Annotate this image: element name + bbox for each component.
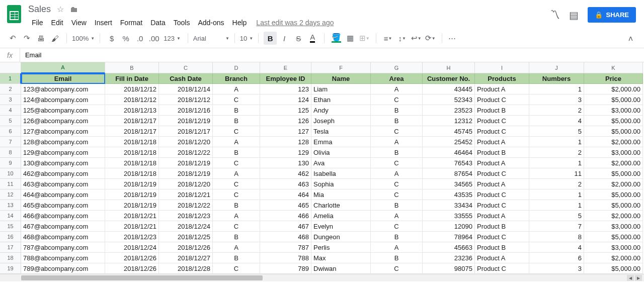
cell-D16[interactable]: B (213, 232, 260, 242)
cell-G18[interactable]: B (371, 253, 423, 263)
row-header-19[interactable]: 19 (0, 263, 21, 274)
cell-G15[interactable]: C (371, 221, 423, 232)
cell-C13[interactable]: 2018/12/22 (159, 200, 213, 211)
header-cell-price[interactable]: Price (584, 73, 643, 84)
cell-J14[interactable]: 5 (529, 211, 584, 221)
cell-K6[interactable]: $5,000.00 (584, 126, 643, 137)
cell-K10[interactable]: $5,000.00 (584, 168, 643, 179)
cell-K13[interactable]: $5,000.00 (584, 200, 643, 211)
cell-K14[interactable]: $2,000.00 (584, 211, 643, 221)
cell-E11[interactable]: 463 (260, 179, 311, 189)
cell-A7[interactable]: 128@abcompany.com (21, 137, 105, 147)
cell-E17[interactable]: 787 (260, 242, 311, 253)
doc-title[interactable]: Sales (28, 4, 51, 15)
row-header-16[interactable]: 16 (0, 232, 21, 242)
percent-button[interactable]: % (119, 32, 132, 45)
cell-B10[interactable]: 2018/12/18 (105, 168, 159, 179)
cell-I14[interactable]: Product A (475, 211, 529, 221)
cell-F9[interactable]: Ava (311, 158, 371, 168)
cell-J17[interactable]: 4 (529, 242, 584, 253)
header-cell-area[interactable]: Area (371, 73, 423, 84)
cell-J16[interactable]: 8 (529, 232, 584, 242)
cell-C15[interactable]: 2018/12/24 (159, 221, 213, 232)
cell-A11[interactable]: 463@abcompany.com (21, 179, 105, 189)
cell-F17[interactable]: Perlis (311, 242, 371, 253)
row-header-11[interactable]: 11 (0, 179, 21, 189)
undo-button[interactable]: ↶ (6, 32, 19, 45)
row-header-17[interactable]: 17 (0, 242, 21, 253)
cell-B12[interactable]: 2018/12/19 (105, 189, 159, 200)
paint-format-button[interactable]: 🖌 (48, 32, 61, 45)
rotate-button[interactable]: ⟳▼ (424, 32, 437, 45)
menu-tools[interactable]: Tools (170, 17, 194, 29)
cell-F16[interactable]: Dungeon (311, 232, 371, 242)
header-cell-numbers[interactable]: Numbers (529, 73, 584, 84)
cell-C8[interactable]: 2018/12/22 (159, 147, 213, 158)
header-cell-cash-date[interactable]: Cash Date (159, 73, 213, 84)
menu-format[interactable]: Format (117, 17, 146, 29)
cell-E15[interactable]: 467 (260, 221, 311, 232)
cell-D2[interactable]: A (213, 84, 260, 94)
cell-E4[interactable]: 125 (260, 105, 311, 116)
cell-J6[interactable]: 5 (529, 126, 584, 137)
valign-button[interactable]: ↕▼ (395, 32, 409, 45)
menu-insert[interactable]: Insert (91, 17, 116, 29)
scroll-left-icon[interactable]: ◀ (627, 275, 634, 281)
row-header-2[interactable]: 2 (0, 84, 21, 94)
cell-A9[interactable]: 130@abcompany.com (21, 158, 105, 168)
col-header-H[interactable]: H (423, 62, 475, 73)
cell-J3[interactable]: 3 (529, 94, 584, 105)
cell-C14[interactable]: 2018/12/23 (159, 211, 213, 221)
cell-K19[interactable]: $5,000.00 (584, 263, 643, 274)
cell-H5[interactable]: 12312 (423, 116, 475, 126)
scroll-right-icon[interactable]: ▶ (635, 275, 642, 281)
cell-H4[interactable]: 23523 (423, 105, 475, 116)
cell-I3[interactable]: Product C (475, 94, 529, 105)
cell-C9[interactable]: 2018/12/19 (159, 158, 213, 168)
cell-A16[interactable]: 468@abcompany.com (21, 232, 105, 242)
cell-A6[interactable]: 127@abcompany.com (21, 126, 105, 137)
cell-K5[interactable]: $5,000.00 (584, 116, 643, 126)
cell-E3[interactable]: 124 (260, 94, 311, 105)
header-cell-name[interactable]: Name (311, 73, 371, 84)
cell-F3[interactable]: Ethan (311, 94, 371, 105)
cell-F5[interactable]: Joseph (311, 116, 371, 126)
cell-C6[interactable]: 2018/12/17 (159, 126, 213, 137)
cell-J18[interactable]: 6 (529, 253, 584, 263)
col-header-I[interactable]: I (475, 62, 529, 73)
cell-I6[interactable]: Product C (475, 126, 529, 137)
cell-A13[interactable]: 465@abcompany.com (21, 200, 105, 211)
cell-I2[interactable]: Product A (475, 84, 529, 94)
cell-J9[interactable]: 1 (529, 158, 584, 168)
cell-E16[interactable]: 468 (260, 232, 311, 242)
cell-G17[interactable]: A (371, 242, 423, 253)
cell-K11[interactable]: $2,000.00 (584, 179, 643, 189)
cell-B7[interactable]: 2018/12/18 (105, 137, 159, 147)
horizontal-scrollbar[interactable]: ◀ ▶ (0, 274, 644, 281)
formula-input[interactable] (20, 48, 644, 62)
cell-I4[interactable]: Product B (475, 105, 529, 116)
select-all-corner[interactable] (0, 62, 21, 73)
cell-F11[interactable]: Sophia (311, 179, 371, 189)
cell-G5[interactable]: B (371, 116, 423, 126)
cell-E19[interactable]: 789 (260, 263, 311, 274)
cell-I17[interactable]: Product B (475, 242, 529, 253)
cell-H7[interactable]: 25452 (423, 137, 475, 147)
row-header-8[interactable]: 8 (0, 147, 21, 158)
cell-G2[interactable]: A (371, 84, 423, 94)
cell-K4[interactable]: $3,000.00 (584, 105, 643, 116)
cell-H13[interactable]: 33434 (423, 200, 475, 211)
col-header-F[interactable]: F (311, 62, 371, 73)
cell-D7[interactable]: A (213, 137, 260, 147)
cell-D13[interactable]: B (213, 200, 260, 211)
cell-H3[interactable]: 52343 (423, 94, 475, 105)
redo-button[interactable]: ↷ (20, 32, 33, 45)
cell-D5[interactable]: B (213, 116, 260, 126)
cell-J2[interactable]: 1 (529, 84, 584, 94)
menu-edit[interactable]: Edit (48, 17, 67, 29)
col-header-A[interactable]: A (21, 62, 105, 73)
cell-F14[interactable]: Amelia (311, 211, 371, 221)
cell-C19[interactable]: 2018/12/28 (159, 263, 213, 274)
cell-D14[interactable]: A (213, 211, 260, 221)
cell-F13[interactable]: Charlotte (311, 200, 371, 211)
